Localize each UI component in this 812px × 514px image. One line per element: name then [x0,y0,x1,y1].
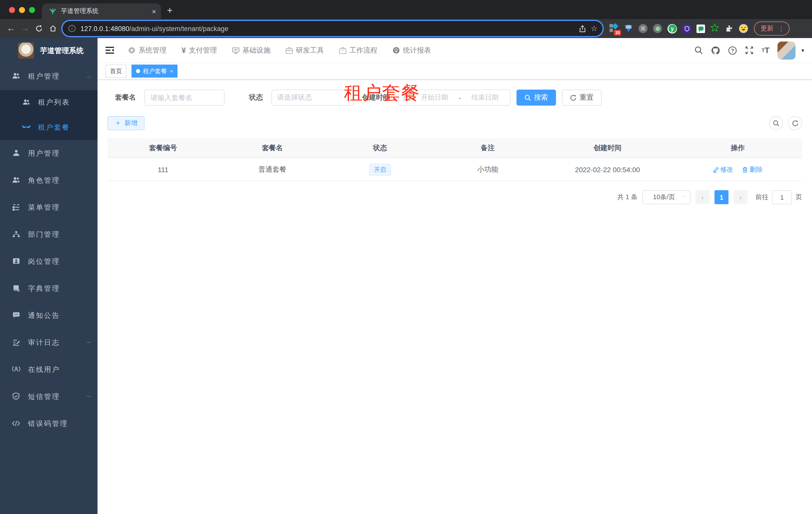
edit-link[interactable]: 修改 [713,165,733,174]
tag-tenant-package[interactable]: 租户套餐 × [132,64,178,78]
extension-command-icon[interactable]: ⌘ [638,24,647,33]
extensions-puzzle-icon[interactable] [725,24,733,33]
new-tab-button[interactable]: + [167,5,173,16]
sidebar-item-dict-management[interactable]: 字典管理 [0,275,97,302]
sidebar-item-user-management[interactable]: 用户管理 [0,140,97,167]
top-nav-infra[interactable]: 基础设施 [232,46,270,55]
share-icon[interactable] [579,25,586,32]
goto-label: 前往 [755,193,768,202]
status-badge[interactable]: 开启 [369,163,391,175]
start-date-placeholder[interactable]: 开始日期 [414,93,455,102]
dictionary-icon [12,285,20,293]
extension-chat-icon[interactable] [696,24,705,33]
top-nav-devtools[interactable]: 研发工具 [286,46,324,55]
add-label: 新增 [124,118,138,128]
end-date-placeholder[interactable]: 结束日期 [464,93,506,102]
page-size-select[interactable]: 10条/页 ﹀ [642,190,691,204]
sidebar-item-role-management[interactable]: 角色管理 [0,167,97,194]
sidebar-item-notice[interactable]: 通知公告 [0,302,97,329]
sidebar-item-dept-management[interactable]: 部门管理 [0,221,97,248]
search-label: 搜索 [534,93,548,102]
column-header: 套餐编号 [108,143,219,153]
browser-update-button[interactable]: 更新 ⋮ [754,22,789,35]
top-nav-pay[interactable]: ¥ 支付管理 [181,46,217,55]
sidebar-item-online-users[interactable]: 在线用户 [0,356,97,383]
extension-drop-icon[interactable] [624,24,633,33]
search-icon [773,120,779,126]
cell-remark: 小功能 [434,165,542,174]
sidebar-item-label: 在线用户 [28,366,91,374]
extension-recorder-icon[interactable] [653,24,662,33]
address-bar[interactable]: i 127.0.0.1:48080/admin-ui/system/tenant… [62,21,603,36]
tag-home[interactable]: 首页 [106,64,126,78]
extension-emoji-icon[interactable] [739,24,748,33]
top-nav-system[interactable]: 系统管理 [128,46,167,55]
users-icon [12,176,20,185]
tab-close-icon[interactable]: × [152,7,156,15]
org-chart-icon [12,231,20,239]
sidebar-item-tenant-management[interactable]: 租户管理 ︿ [0,63,97,90]
top-nav-workflow[interactable]: 工作流程 [339,46,377,55]
sidebar-item-menu-management[interactable]: 菜单管理 [0,194,97,221]
column-header: 创建时间 [542,143,673,153]
extension-tiles-icon[interactable]: 10 [609,24,618,33]
status-select[interactable]: 请选择状态 ﹀ [271,89,354,106]
sidebar-item-tenant-list[interactable]: 租户列表 [0,90,97,115]
github-icon[interactable] [711,46,720,55]
add-button[interactable]: ＋ 新增 [108,116,145,130]
user-avatar[interactable] [778,41,795,59]
avatar-caret-icon[interactable]: ▼ [801,48,805,53]
browser-tab[interactable]: 芋道管理系统 × [42,3,161,19]
page-content: 租户套餐 套餐名 状态 请选择状态 ﹀ 创建时间 [97,80,812,514]
refresh-table-button[interactable] [788,116,802,130]
delete-link[interactable]: 删除 [742,165,763,174]
sidebar-item-sms-management[interactable]: 短信管理 ﹀ [0,383,97,410]
page-1-button[interactable]: 1 [715,190,728,204]
sidebar-logo-row[interactable]: 芋道管理系统 [0,38,97,63]
home-button[interactable] [46,22,60,35]
table-row[interactable]: 111 普通套餐 开启 小功能 2022-02-22 00:54:00 修改 [108,158,802,181]
column-header: 状态 [326,143,434,153]
extension-y-icon[interactable]: y [667,24,677,33]
font-size-icon[interactable]: TT [761,46,770,55]
goto-page-input[interactable] [772,190,792,204]
sidebar-item-post-management[interactable]: 岗位管理 [0,248,97,275]
sidebar-item-audit-log[interactable]: 审计日志 ﹀ [0,329,97,356]
extension-star-icon[interactable] [710,24,719,33]
reload-button[interactable] [32,22,46,35]
tag-close-icon[interactable]: × [170,68,173,74]
chevron-down-icon: ﹀ [87,394,91,400]
back-button[interactable]: ← [4,22,18,35]
prev-page-button[interactable]: ‹ [696,190,709,204]
reset-button[interactable]: 重置 [562,89,602,106]
search-button[interactable]: 搜索 [517,89,556,106]
tab-title: 芋道管理系统 [61,7,147,16]
sidebar-fold-icon[interactable] [106,47,114,54]
close-window-button[interactable] [9,7,15,13]
fullscreen-icon[interactable] [745,46,754,55]
gear-icon [128,47,136,54]
minimize-window-button[interactable] [19,7,25,13]
help-icon[interactable]: ? [728,46,737,55]
briefcase-icon [339,47,347,54]
show-search-toggle-button[interactable] [769,116,783,130]
chevron-down-icon: ﹀ [681,194,686,201]
sidebar-item-label: 岗位管理 [28,257,91,266]
sidebar-item-label: 租户套餐 [38,123,91,132]
sidebar-item-label: 角色管理 [28,176,91,185]
browser-menu-icon[interactable]: ⋮ [778,25,784,32]
search-icon[interactable] [695,46,703,55]
top-nav-label: 系统管理 [139,46,167,55]
header-actions: ? TT ▼ [695,41,805,59]
bookmark-star-icon[interactable]: ☆ [591,24,598,33]
zoom-window-button[interactable] [29,7,35,13]
forward-button[interactable]: → [18,22,32,35]
extension-shield-icon[interactable] [683,24,691,33]
url-text[interactable]: 127.0.0.1:48080/admin-ui/system/tenant/p… [81,25,574,32]
sidebar-item-tenant-package[interactable]: 租户套餐 [0,115,97,140]
sidebar-item-errcode-management[interactable]: 错误码管理 [0,410,97,437]
site-info-icon[interactable]: i [68,25,76,32]
package-name-input[interactable] [145,89,225,106]
top-nav-report[interactable]: 统计报表 [393,46,431,55]
next-page-button[interactable]: › [733,190,748,204]
